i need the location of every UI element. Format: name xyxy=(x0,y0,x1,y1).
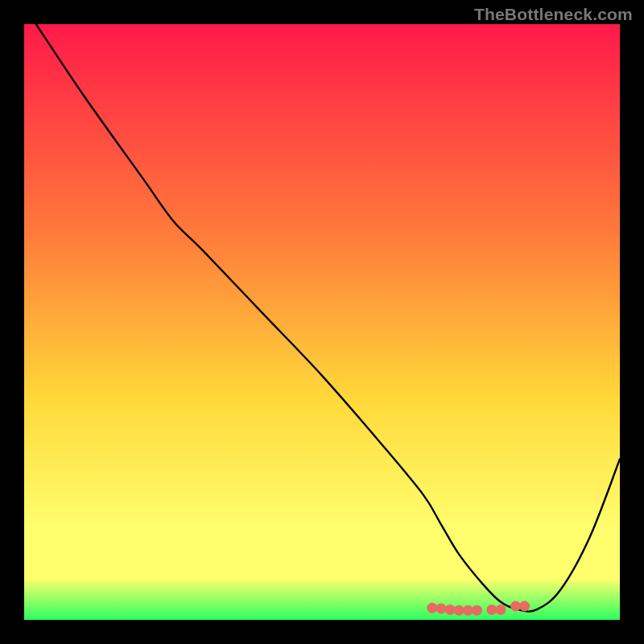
highlight-marker xyxy=(454,605,464,616)
highlight-marker xyxy=(496,605,506,615)
highlight-marker xyxy=(436,603,447,613)
highlight-marker xyxy=(427,603,437,613)
plot-area xyxy=(24,24,620,620)
chart-frame: TheBottleneck.com xyxy=(0,0,644,644)
gradient-background xyxy=(24,24,620,620)
highlight-marker xyxy=(472,605,482,616)
highlight-marker xyxy=(519,601,530,611)
highlight-marker xyxy=(510,601,521,611)
highlight-marker xyxy=(445,605,456,615)
highlight-marker xyxy=(486,605,497,615)
highlight-marker xyxy=(463,605,473,616)
watermark-text: TheBottleneck.com xyxy=(474,5,633,24)
chart-svg xyxy=(24,24,620,620)
